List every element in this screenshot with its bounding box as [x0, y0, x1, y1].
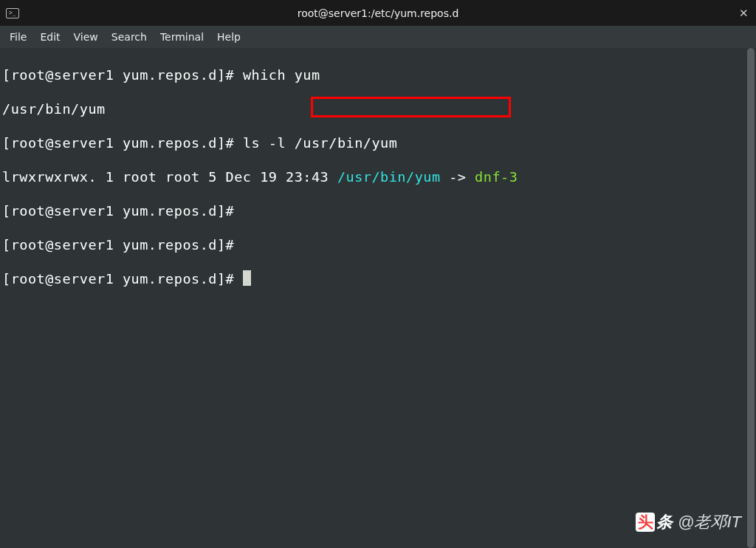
- watermark: 头 条 @老邓IT: [636, 511, 741, 533]
- terminal-line: [root@server1 yum.repos.d]#: [2, 202, 754, 219]
- prompt: [root@server1 yum.repos.d]#: [2, 67, 243, 83]
- terminal-line: /usr/bin/yum: [2, 100, 754, 117]
- command: ls -l /usr/bin/yum: [243, 135, 397, 151]
- menu-file[interactable]: File: [3, 28, 33, 46]
- menu-help[interactable]: Help: [210, 28, 247, 46]
- watermark-user: @老邓IT: [678, 511, 741, 533]
- prompt: [root@server1 yum.repos.d]#: [2, 203, 243, 219]
- terminal-line: [root@server1 yum.repos.d]#: [2, 236, 754, 253]
- menu-terminal[interactable]: Terminal: [154, 28, 210, 46]
- watermark-logo: 头 条: [636, 511, 672, 533]
- watermark-logo-icon: 头: [636, 513, 655, 532]
- terminal-line: [root@server1 yum.repos.d]#: [2, 270, 754, 287]
- terminal-line: lrwxrwxrwx. 1 root root 5 Dec 19 23:43 /…: [2, 168, 754, 185]
- window-title: root@server1:/etc/yum.repos.d: [298, 7, 459, 19]
- prompt: [root@server1 yum.repos.d]#: [2, 135, 243, 151]
- symlink-arrow: ->: [441, 169, 475, 185]
- menubar: File Edit View Search Terminal Help: [0, 26, 756, 48]
- symlink-target: dnf-3: [475, 169, 518, 185]
- menu-view[interactable]: View: [67, 28, 105, 46]
- command: which yum: [243, 67, 320, 83]
- window-titlebar: root@server1:/etc/yum.repos.d ✕: [0, 0, 756, 26]
- menu-search[interactable]: Search: [105, 28, 154, 46]
- prompt: [root@server1 yum.repos.d]#: [2, 271, 243, 287]
- close-button[interactable]: ✕: [737, 7, 750, 20]
- watermark-logo-text: 条: [656, 511, 672, 533]
- scrollbar-thumb[interactable]: [747, 48, 755, 548]
- terminal-output[interactable]: [root@server1 yum.repos.d]# which yum /u…: [0, 48, 756, 548]
- file-perms: lrwxrwxrwx. 1 root root 5 Dec 19 23:43: [2, 169, 337, 185]
- terminal-line: [root@server1 yum.repos.d]# which yum: [2, 66, 754, 83]
- cursor-icon: [243, 270, 251, 286]
- terminal-icon: [6, 8, 19, 18]
- symlink-source: /usr/bin/yum: [337, 169, 441, 185]
- terminal-line: [root@server1 yum.repos.d]# ls -l /usr/b…: [2, 134, 754, 151]
- prompt: [root@server1 yum.repos.d]#: [2, 237, 243, 253]
- scrollbar[interactable]: [746, 48, 756, 548]
- menu-edit[interactable]: Edit: [33, 28, 66, 46]
